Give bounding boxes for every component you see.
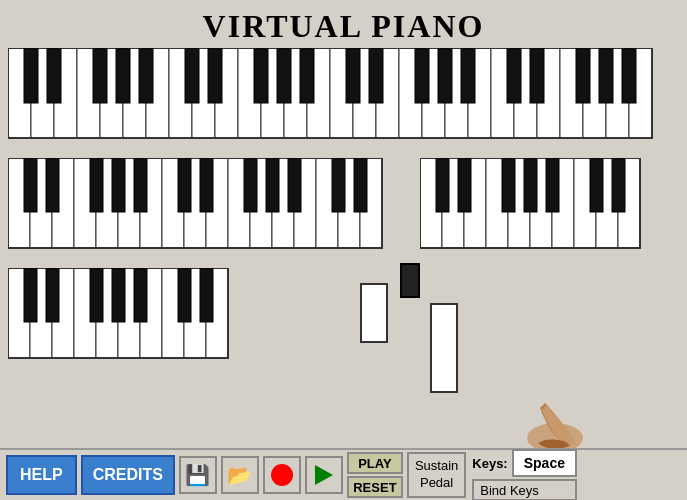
app: VIRTUAL PIANO: [0, 0, 687, 500]
record-icon: [271, 464, 293, 486]
piano-area: [0, 48, 687, 448]
piano-row-2: [8, 158, 398, 257]
record-button[interactable]: [263, 456, 301, 494]
falling-key: [430, 303, 458, 393]
play-button[interactable]: PLAY: [347, 452, 403, 474]
space-key-text: Space: [524, 455, 565, 471]
bottom-bar: HELP CREDITS 💾 📂 PLAY RESET SustainPedal…: [0, 448, 687, 500]
page-title: VIRTUAL PIANO: [0, 0, 687, 51]
play-button-icon[interactable]: [305, 456, 343, 494]
save-icon: 💾: [185, 463, 210, 487]
sustain-text: SustainPedal: [415, 458, 458, 492]
falling-key: [400, 263, 420, 298]
save-button[interactable]: 💾: [179, 456, 217, 494]
piano-row-2b: [420, 158, 650, 257]
reset-button[interactable]: RESET: [347, 476, 403, 498]
bind-keys-text: Bind Keys: [480, 483, 539, 498]
space-key-box: Space: [512, 449, 577, 477]
falling-key: [360, 283, 388, 343]
help-button[interactable]: HELP: [6, 455, 77, 495]
open-folder-button[interactable]: 📂: [221, 456, 259, 494]
play-icon: [315, 465, 333, 485]
sustain-pedal-label: SustainPedal: [407, 452, 466, 498]
credits-button[interactable]: CREDITS: [81, 455, 175, 495]
piano-row-3: [8, 268, 238, 367]
scroll-area: [340, 263, 480, 438]
keys-label: Keys:: [472, 456, 507, 471]
folder-icon: 📂: [227, 463, 252, 487]
keys-group: Keys: Space Bind Keys: [472, 449, 577, 500]
piano-row-1: [8, 48, 674, 147]
bind-keys-button[interactable]: Bind Keys: [472, 479, 577, 500]
keys-space-row: Keys: Space: [472, 449, 577, 477]
play-reset-group: PLAY RESET: [347, 452, 403, 498]
